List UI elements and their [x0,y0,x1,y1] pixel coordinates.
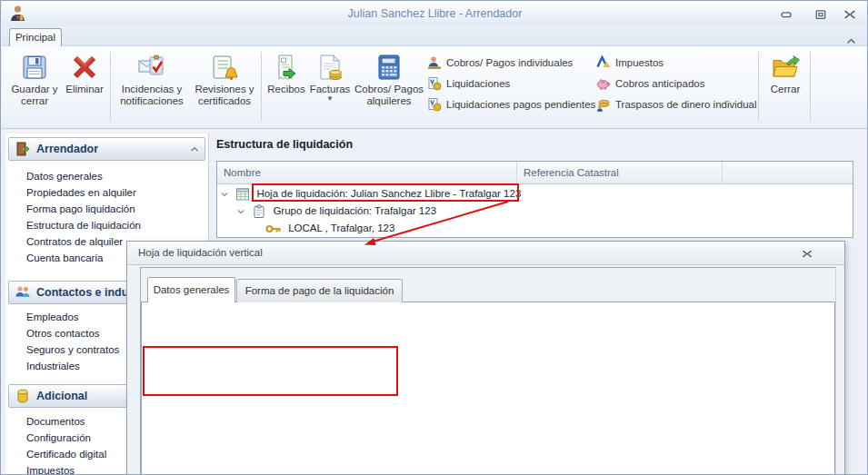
money-transfer-icon [596,97,611,112]
section-title: Arrendador [36,143,98,155]
minimize-button[interactable] [776,7,796,21]
receipts-button[interactable]: Recibos [265,50,307,124]
facturas-dropdown-caret-icon: ▼ [309,95,351,103]
individual-money-transfer-button[interactable]: Traspasos de dinero individual [596,95,757,114]
liquidation-sheet-coin-icon [427,97,442,112]
svg-text:0: 0 [394,58,397,64]
people-icon [15,284,31,301]
ribbon-tab-row: Principal [2,26,868,46]
tree-row-label: Grupo de liquidación: Trafalgar 123 [269,205,436,216]
door-icon [15,141,31,157]
liquidations-button[interactable]: Liquidaciones [427,74,510,93]
tab-principal[interactable]: Principal [9,28,62,46]
small-button-label: Cobros/ Pagos individuales [446,57,573,68]
annotation-highlight-box [143,346,398,396]
small-button-label: Traspasos de dinero individual [615,99,757,110]
receipt-icon [272,53,301,82]
sidebar-item-contratos[interactable]: Contratos de alquiler [26,233,123,250]
tax-agency-icon [596,55,611,70]
small-button-label: Liquidaciones [446,78,510,89]
save-icon [20,53,49,82]
column-header-blank [723,162,852,184]
piggy-bank-icon [596,76,611,91]
person-desk-icon [427,55,442,70]
sidebar-item-certificado[interactable]: Certificado digital [26,446,106,462]
ribbon: Guardar y cerrar Eliminar [2,46,868,129]
small-button-label: Cobros anticipados [615,78,704,89]
sidebar-item-forma-pago[interactable]: Forma pago liquidación [26,201,135,217]
sidebar-item-industriales[interactable]: Industriales [26,358,80,374]
tree-row-grupo[interactable]: Grupo de liquidación: Trafalgar 123 [236,203,436,220]
close-button[interactable]: Cerrar [762,50,809,124]
rent-payments-button[interactable]: 0 Cobros/ Pagos alquileres [353,50,425,124]
titlebar: Julian Sanchez Llibre - Arrendador [2,1,868,26]
sidebar-item-estructura-liquidacion[interactable]: Estructura de liquidación [26,217,141,233]
sidebar-item-documentos[interactable]: Documentos [26,413,85,430]
tab-forma-de-pago[interactable]: Forma de pago de la liquidación [236,279,403,302]
tree-header-row: Nombre Referencia Catastral [217,162,853,184]
column-header-nombre[interactable]: Nombre [217,162,517,184]
dialog-titlebar: Hoja de liquidación vertical [127,242,844,265]
chevron-up-icon[interactable] [190,143,199,155]
sidebar-item-propiedades[interactable]: Propiedades en alquiler [26,184,136,201]
ribbon-separator [810,52,811,121]
sidebar-item-configuracion[interactable]: Configuración [26,430,91,446]
revisions-certificates-button[interactable]: Revisiones y certificados [190,50,259,124]
section-title: Adicional [36,390,87,402]
app-window: Julian Sanchez Llibre - Arrendador Princ… [0,0,868,475]
close-window-button[interactable] [840,7,860,21]
sidebar-item-empleados[interactable]: Empleados [26,309,79,325]
window-title: Julian Sanchez Llibre - Arrendador [2,7,868,20]
tree-row-local[interactable]: LOCAL , Trafalgar, 123 [265,220,394,237]
calculator-icon: 0 [374,53,404,82]
save-and-close-button[interactable]: Guardar y cerrar [9,50,60,124]
close-folder-icon [771,53,800,82]
sidebar-section-arrendador[interactable]: Arrendador [8,137,205,161]
liquidation-sheet-icon [235,187,250,202]
tree-row-label: LOCAL , Trafalgar, 123 [284,223,394,233]
sidebar-item-impuestos[interactable]: Impuestos [26,462,75,475]
delete-x-icon [70,53,99,82]
sidebar-item-cuenta-bancaria[interactable]: Cuenta bancaria [26,250,103,266]
annotation-highlight-box [252,183,519,202]
taxes-button[interactable]: Impuestos [596,54,663,72]
clipboard-icon [252,204,266,219]
incidents-notifications-button[interactable]: Incidencias y notificaciones [115,50,189,124]
ribbon-separator [758,52,759,121]
sidebar-item-seguros[interactable]: Seguros y contratos [26,341,119,358]
restore-button[interactable] [811,7,831,21]
ribbon-separator [261,52,262,121]
column-header-referencia[interactable]: Referencia Catastral [517,162,723,184]
invoices-button[interactable]: Facturas ▼ [309,50,351,124]
invoice-coins-icon [315,53,344,82]
pending-liquidations-button[interactable]: Liquidaciones pagos pendientes [427,95,595,114]
chevron-down-icon[interactable] [236,207,245,216]
dialog-title: Hoja de liquidación vertical [138,247,263,258]
chevron-down-icon[interactable] [220,190,229,199]
small-button-label: Impuestos [615,57,663,68]
page-title: Estructura de liquidación [216,138,353,151]
delete-button[interactable]: Eliminar [62,50,107,124]
sidebar-item-otros-contactos[interactable]: Otros contactos [26,325,100,341]
envelope-check-icon [137,53,166,82]
tab-datos-generales[interactable]: Datos generales [147,277,235,302]
ribbon-separator [110,52,111,121]
liquidation-sheet-dialog: Hoja de liquidación vertical Forma de pa… [126,241,845,475]
notepad-bell-icon [210,53,239,82]
key-icon [265,223,282,235]
dialog-close-icon[interactable] [799,247,815,260]
advance-collections-button[interactable]: Cobros anticipados [596,74,704,93]
liquidation-sheet-coin-icon [427,76,442,91]
individual-payments-button[interactable]: Cobros/ Pagos individuales [427,54,573,72]
database-cylinder-icon [15,388,31,404]
sidebar-item-datos-generales[interactable]: Datos generales [26,168,103,184]
small-button-label: Liquidaciones pagos pendientes [446,99,595,110]
